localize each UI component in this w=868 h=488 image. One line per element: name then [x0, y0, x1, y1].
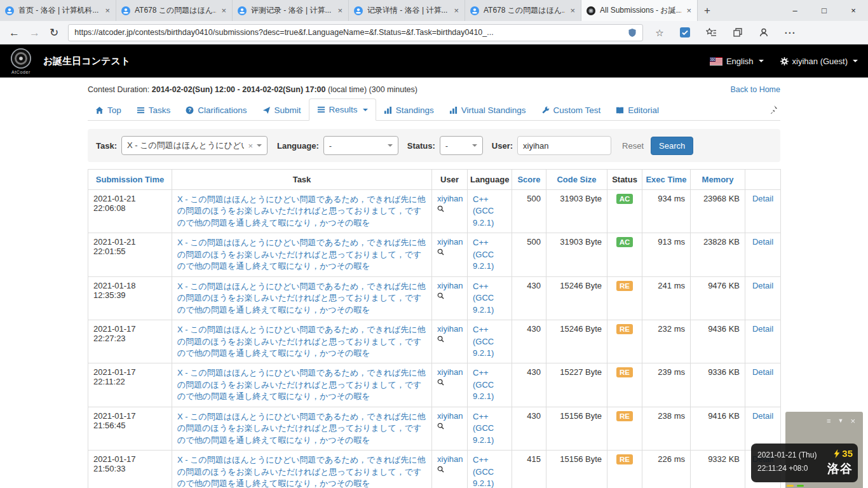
task-link[interactable]: X - この問題はほんとうにひどい問題であるため，できれば先に他の問題のほうをお…: [177, 325, 426, 358]
nav-tab-editorial[interactable]: Editorial: [608, 100, 667, 121]
task-link[interactable]: X - この問題はほんとうにひどい問題であるため，できれば先に他の問題のほうをお…: [177, 194, 426, 227]
user-link[interactable]: xiyihan: [437, 324, 463, 334]
tab-close-icon[interactable]: ×: [685, 6, 693, 15]
language-selector[interactable]: English: [710, 57, 764, 66]
user-search-icon[interactable]: [437, 292, 444, 301]
tab-close-icon[interactable]: ×: [569, 6, 576, 15]
sort-score[interactable]: Score: [517, 175, 540, 184]
user-menu[interactable]: xiyihan (Guest): [780, 57, 858, 66]
nav-tab-submit[interactable]: Submit: [255, 100, 309, 121]
language-link[interactable]: C++ (GCC 9.2.1): [473, 194, 494, 227]
status-select[interactable]: -: [440, 136, 483, 155]
user-search-icon[interactable]: [437, 205, 444, 214]
language-link[interactable]: C++ (GCC 9.2.1): [473, 368, 494, 401]
nav-tab-results[interactable]: Results: [309, 98, 376, 121]
sort-submission-time[interactable]: Submission Time: [96, 175, 164, 184]
tab-close-icon[interactable]: ×: [220, 6, 227, 15]
task-link[interactable]: X - この問題はほんとうにひどい問題であるため，できれば先に他の問題のほうをお…: [177, 368, 426, 401]
chevron-down-icon: [472, 144, 477, 147]
forward-icon[interactable]: →: [29, 27, 40, 38]
address-bar[interactable]: https://atcoder.jp/contests/birthday0410…: [68, 24, 643, 41]
tab-close-icon[interactable]: ×: [104, 6, 111, 15]
memory-cell: 23968 KB: [691, 190, 745, 233]
browser-tab[interactable]: 记录详情 - 洛谷 | 计算... ×: [349, 0, 465, 21]
language-link[interactable]: C++ (GCC 9.2.1): [473, 281, 494, 315]
user-search-icon[interactable]: [437, 465, 444, 475]
user-input[interactable]: [517, 136, 611, 155]
extension-icon[interactable]: [680, 27, 690, 37]
nav-tab-virtual-standings[interactable]: Virtual Standings: [442, 100, 534, 121]
user-link[interactable]: xiyihan: [437, 194, 463, 203]
settings-more-icon[interactable]: ···: [785, 28, 796, 37]
task-link[interactable]: X - この問題はほんとうにひどい問題であるため，できれば先に他の問題のほうをお…: [177, 281, 426, 315]
status-select-value: -: [445, 141, 468, 151]
nav-tab-tasks[interactable]: Tasks: [129, 100, 179, 121]
browser-tab[interactable]: 评测记录 - 洛谷 | 计算... ×: [233, 0, 349, 21]
widget-menu-icon[interactable]: ≡: [827, 417, 831, 424]
user-link[interactable]: xiyihan: [437, 367, 463, 377]
user-link[interactable]: xiyihan: [437, 237, 463, 247]
new-tab-button[interactable]: +: [698, 0, 717, 21]
collections-icon[interactable]: [733, 27, 743, 37]
pin-icon[interactable]: [766, 101, 780, 120]
browser-tab[interactable]: AT678 この問題はほん... ×: [116, 0, 233, 21]
nav-tab-standings[interactable]: Standings: [376, 100, 442, 121]
detail-link[interactable]: Detail: [752, 324, 773, 334]
language-select[interactable]: -: [323, 136, 398, 155]
tracking-prevention-icon[interactable]: [628, 28, 637, 37]
task-link[interactable]: X - この問題はほんとうにひどい問題であるため，できれば先に他の問題のほうをお…: [177, 412, 426, 445]
user-link[interactable]: xiyihan: [437, 454, 463, 464]
detail-link[interactable]: Detail: [752, 281, 773, 290]
tab-title: AT678 この問題はほん...: [484, 5, 565, 16]
refresh-icon[interactable]: ↻: [50, 27, 58, 38]
user-search-icon[interactable]: [437, 422, 444, 431]
user-search-icon[interactable]: [437, 378, 444, 388]
favorites-hub-icon[interactable]: [706, 28, 717, 37]
task-link[interactable]: X - この問題はほんとうにひどい問題であるため，できれば先に他の問題のほうをお…: [177, 455, 426, 488]
nav-tab-custom-test[interactable]: Custom Test: [534, 100, 609, 121]
lightning-bolt-icon: [834, 449, 840, 458]
tab-close-icon[interactable]: ×: [452, 6, 460, 15]
score-cell: 500: [512, 190, 546, 233]
sort-exec-time[interactable]: Exec Time: [646, 175, 686, 184]
minimize-button[interactable]: –: [780, 0, 810, 21]
detail-link[interactable]: Detail: [752, 367, 773, 377]
user-filter-label: User:: [492, 141, 513, 151]
nav-tab-clarifications[interactable]: ? Clarifications: [178, 100, 254, 121]
nav-tab-top[interactable]: Top: [88, 100, 129, 121]
search-button[interactable]: Search: [651, 137, 693, 155]
browser-tab[interactable]: AT678 この問題はほん... ×: [465, 0, 581, 21]
language-link[interactable]: C++ (GCC 9.2.1): [473, 238, 494, 271]
atcoder-emblem-icon: [10, 48, 32, 69]
back-icon[interactable]: ←: [9, 27, 20, 38]
browser-tab-active[interactable]: All Submissions - お誕... ×: [581, 0, 698, 21]
maximize-button[interactable]: □: [810, 0, 839, 21]
user-search-icon[interactable]: [437, 335, 444, 344]
atcoder-logo[interactable]: AtCoder: [10, 48, 32, 74]
profile-icon[interactable]: [759, 27, 769, 37]
clear-icon[interactable]: ×: [248, 141, 253, 151]
reset-button[interactable]: Reset: [622, 141, 644, 151]
back-to-home-link[interactable]: Back to Home: [730, 85, 780, 94]
language-link[interactable]: C++ (GCC 9.2.1): [473, 455, 494, 488]
close-button[interactable]: ×: [839, 0, 868, 21]
language-link[interactable]: C++ (GCC 9.2.1): [473, 412, 494, 445]
yellow-indicator: [787, 485, 794, 487]
favorite-star-icon[interactable]: ☆: [655, 28, 663, 37]
widget-collapse-icon[interactable]: ▼: [837, 418, 843, 424]
submission-row: 2021-01-21 22:06:08 X - この問題はほんとうにひどい問題で…: [88, 190, 781, 233]
task-link[interactable]: X - この問題はほんとうにひどい問題であるため，できれば先に他の問題のほうをお…: [177, 238, 426, 271]
sort-memory[interactable]: Memory: [702, 175, 734, 184]
chevron-down-icon: [759, 60, 764, 62]
widget-close-icon[interactable]: ×: [850, 417, 855, 425]
sort-code-size[interactable]: Code Size: [557, 175, 596, 184]
detail-link[interactable]: Detail: [752, 194, 773, 203]
task-select[interactable]: X - この問題はほんとうにひどい... ×: [121, 136, 268, 155]
detail-link[interactable]: Detail: [752, 237, 773, 247]
language-link[interactable]: C++ (GCC 9.2.1): [473, 325, 494, 358]
user-link[interactable]: xiyihan: [437, 411, 463, 421]
user-link[interactable]: xiyihan: [437, 281, 463, 290]
browser-tab[interactable]: 首页 - 洛谷 | 计算机科... ×: [0, 0, 116, 21]
user-search-icon[interactable]: [437, 248, 444, 257]
tab-close-icon[interactable]: ×: [336, 6, 344, 15]
